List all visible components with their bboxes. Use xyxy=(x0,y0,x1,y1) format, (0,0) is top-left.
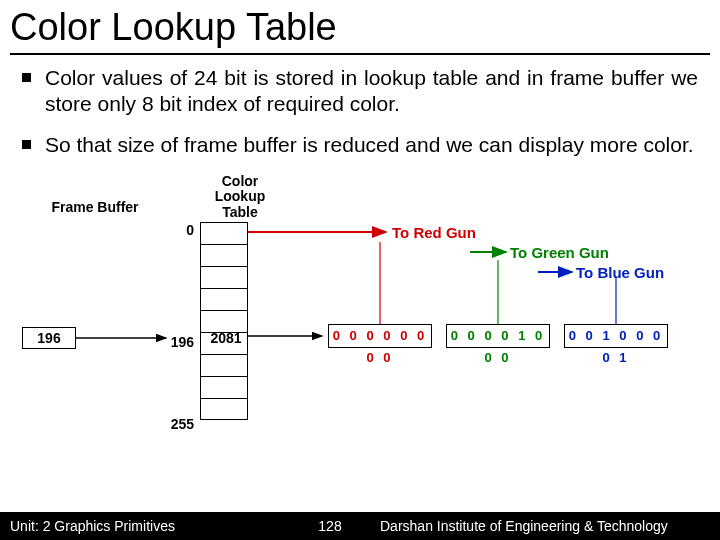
footer: Unit: 2 Graphics Primitives 128 Darshan … xyxy=(0,512,720,540)
clut-index-196: 196 xyxy=(168,334,196,350)
clut-row xyxy=(201,289,247,311)
clut-value: 2081 xyxy=(204,330,248,346)
clut-row xyxy=(201,355,247,377)
bullet-2: So that size of frame buffer is reduced … xyxy=(22,132,698,158)
body: Color values of 24 bit is stored in look… xyxy=(0,55,720,432)
footer-page: 128 xyxy=(300,518,360,534)
bullet-text: Color values of 24 bit is stored in look… xyxy=(45,65,698,118)
clut-table xyxy=(200,222,248,420)
footer-unit: Unit: 2 Graphics Primitives xyxy=(0,518,300,534)
page-title: Color Lookup Table xyxy=(0,0,720,51)
frame-buffer-cell: 196 xyxy=(22,327,76,349)
clut-row xyxy=(201,223,247,245)
bullet-1: Color values of 24 bit is stored in look… xyxy=(22,65,698,118)
frame-buffer-label: Frame Buffer xyxy=(40,200,150,215)
clut-row xyxy=(201,245,247,267)
green-bits-box: 0 0 0 0 1 0 0 0 xyxy=(446,324,550,348)
blue-gun-label: To Blue Gun xyxy=(576,264,664,281)
clut-index-255: 255 xyxy=(168,416,196,432)
green-gun-label: To Green Gun xyxy=(510,244,609,261)
blue-bits-box: 0 0 1 0 0 0 0 1 xyxy=(564,324,668,348)
red-gun-label: To Red Gun xyxy=(392,224,476,241)
red-bits-box: 0 0 0 0 0 0 0 0 xyxy=(328,324,432,348)
clut-row xyxy=(201,377,247,399)
clut-index-column: 0 196 255 xyxy=(168,222,196,432)
slide: Color Lookup Table Color values of 24 bi… xyxy=(0,0,720,540)
clut-row xyxy=(201,267,247,289)
footer-org: Darshan Institute of Engineering & Techn… xyxy=(360,518,720,534)
bullet-square-icon xyxy=(22,73,31,82)
bullet-square-icon xyxy=(22,140,31,149)
bullet-text: So that size of frame buffer is reduced … xyxy=(45,132,694,158)
clut-row xyxy=(201,399,247,421)
clut-index-0: 0 xyxy=(168,222,196,238)
diagram: Frame Buffer Color Lookup Table 196 0 19… xyxy=(22,172,698,432)
clut-label: Color Lookup Table xyxy=(200,174,280,220)
